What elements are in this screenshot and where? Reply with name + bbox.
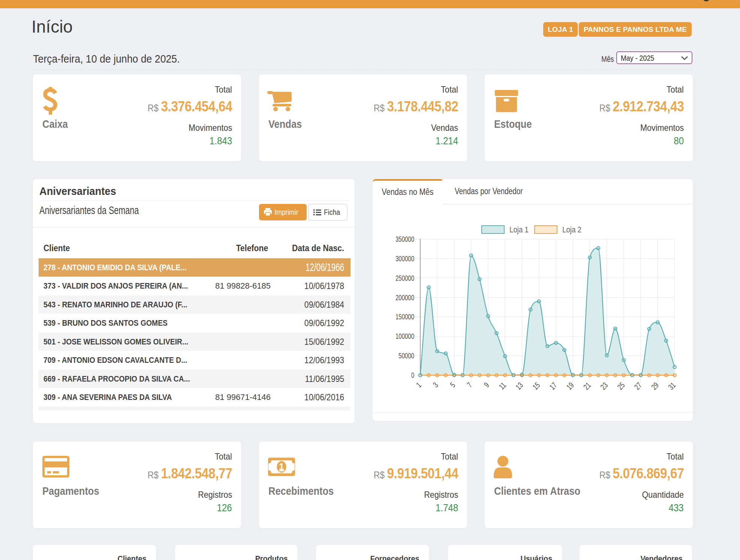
- svg-text:25: 25: [616, 380, 626, 391]
- svg-text:21: 21: [582, 380, 593, 391]
- svg-text:19: 19: [565, 380, 575, 391]
- svg-text:23: 23: [599, 380, 610, 391]
- svg-text:300000: 300000: [395, 254, 414, 263]
- svg-text:9: 9: [482, 380, 491, 389]
- svg-text:7: 7: [465, 380, 474, 389]
- svg-text:1: 1: [414, 380, 423, 389]
- svg-text:5: 5: [448, 380, 457, 389]
- svg-text:15: 15: [531, 380, 542, 391]
- svg-text:50000: 50000: [398, 351, 414, 360]
- svg-text:350000: 350000: [395, 235, 414, 243]
- svg-text:200000: 200000: [395, 293, 414, 302]
- svg-text:13: 13: [514, 380, 525, 391]
- svg-text:11: 11: [497, 380, 508, 391]
- svg-text:3: 3: [431, 380, 440, 389]
- svg-text:0: 0: [411, 371, 414, 379]
- svg-text:Loja 2: Loja 2: [562, 225, 581, 234]
- svg-text:27: 27: [632, 380, 643, 391]
- svg-text:31: 31: [667, 380, 677, 391]
- svg-text:150000: 150000: [395, 312, 414, 321]
- svg-text:100000: 100000: [395, 332, 414, 340]
- svg-text:Loja 1: Loja 1: [509, 225, 529, 234]
- svg-text:17: 17: [548, 380, 559, 391]
- svg-text:29: 29: [650, 380, 661, 391]
- svg-text:250000: 250000: [395, 274, 414, 282]
